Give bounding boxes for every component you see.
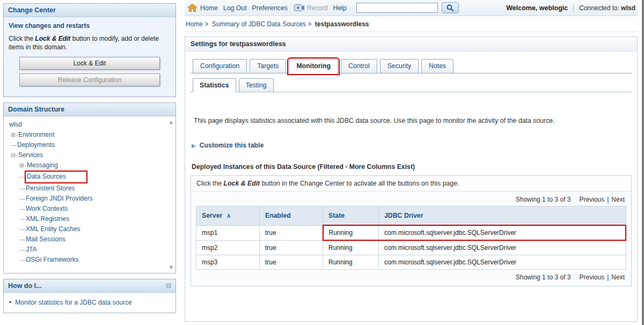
text-segment: Click the	[9, 35, 35, 42]
tab-configuration[interactable]: Configuration	[193, 59, 247, 73]
tree-item-services[interactable]: ⊟-Services	[11, 150, 167, 160]
subtab-testing[interactable]: Testing	[239, 78, 274, 92]
column-header-server[interactable]: Server∧	[196, 206, 260, 226]
record-icon[interactable]	[294, 4, 305, 11]
tree-link[interactable]: Messaging	[27, 161, 58, 169]
breadcrumb-jdbc-summary[interactable]: Summary of JDBC Data Sources >	[212, 20, 312, 28]
tree-item-messaging[interactable]: ⊞-Messaging	[19, 160, 167, 171]
customize-table[interactable]: ▶ Customize this table	[192, 142, 631, 149]
tree-item-xml-registries[interactable]: ---XML Registries	[19, 214, 167, 224]
tree-item-xml-entity-caches[interactable]: ---XML Entity Caches	[19, 224, 167, 234]
search-input[interactable]	[356, 3, 438, 13]
tree-item-data-sources[interactable]: ---Data Sources	[19, 171, 167, 183]
page-description: This page displays statistics associated…	[194, 117, 628, 124]
scroll-down-icon[interactable]: ▼	[169, 264, 174, 270]
tree-link[interactable]: XML Entity Caches	[26, 225, 80, 233]
list-item: •Monitor statistics for a JDBC data sour…	[9, 299, 171, 306]
tab-control[interactable]: Control	[341, 59, 377, 73]
tree-link[interactable]: Data Sources	[27, 173, 66, 180]
tree-link[interactable]: XML Registries	[26, 215, 69, 223]
table-row-msp2: msp2 true Running com.microsoft.sqlserve…	[196, 240, 626, 255]
tree-prefix: ---	[11, 142, 17, 148]
cell-server: msp2	[196, 240, 260, 255]
cell-state: Running	[323, 240, 379, 255]
subtab-statistics[interactable]: Statistics	[193, 78, 236, 92]
tree-item-persistent-stores[interactable]: ---Persistent Stores	[19, 183, 167, 194]
cell-server: msp3	[196, 255, 260, 270]
toolbar-preferences-link[interactable]: Preferences	[252, 4, 288, 12]
toolbar-help-link[interactable]: Help	[333, 4, 347, 12]
domain-structure-title: Domain Structure	[4, 103, 175, 116]
paging-separator: |	[607, 196, 609, 203]
paging-top: Showing 1 to 3 of 3 Previous|Next	[191, 191, 631, 206]
cell-jdbc-driver: com.microsoft.sqlserver.jdbc.SQLServerDr…	[379, 225, 626, 240]
tree-link[interactable]: Deployments	[17, 141, 55, 149]
how-do-i-panel: How do I... ⊟ •Monitor statistics for a …	[3, 279, 176, 313]
release-configuration-button[interactable]: Release Configuration	[19, 73, 160, 86]
change-center-title: Change Center	[4, 4, 175, 17]
tab-monitoring[interactable]: Monitoring	[289, 59, 338, 73]
tree-item-deployments[interactable]: ---Deployments	[11, 140, 167, 150]
text-segment-emphasis: Lock & Edit	[35, 35, 70, 42]
scroll-up-icon[interactable]: ▲	[169, 119, 174, 125]
tree-link[interactable]: Mail Sessions	[26, 235, 65, 243]
tree-item-mail-sessions[interactable]: ---Mail Sessions	[19, 234, 167, 245]
tree-link[interactable]: Foreign JNDI Providers	[26, 195, 93, 202]
tree-collapse-icon[interactable]: ⊟-	[11, 152, 18, 158]
tree-prefix: ---	[19, 185, 25, 191]
collapse-panel-icon[interactable]: ⊟	[166, 282, 171, 290]
how-do-i-header: How do I... ⊟	[4, 279, 175, 293]
tree-item-jta[interactable]: ---JTA	[19, 245, 167, 255]
table-title: Deployed Instances of this Data Source (…	[192, 163, 631, 171]
settings-content: Configuration Targets Monitoring Control…	[185, 51, 637, 321]
cell-enabled: true	[260, 225, 323, 240]
tree-prefix: ---	[19, 246, 25, 253]
lock-edit-button[interactable]: Lock & Edit	[19, 57, 160, 70]
tree-link[interactable]: Persistent Stores	[26, 184, 75, 192]
tab-targets[interactable]: Targets	[250, 59, 286, 73]
toolbar-home-link[interactable]: Home	[200, 4, 218, 12]
main-area: Home Log Out Preferences Record Help Wel…	[179, 0, 644, 325]
table-row-msp1: msp1 true Running com.microsoft.sqlserve…	[196, 225, 626, 240]
home-icon[interactable]	[188, 4, 197, 12]
tree-link[interactable]: wlsd	[9, 121, 22, 128]
change-center-description: Click the Lock & Edit button to modify, …	[9, 34, 171, 51]
toolbar-logout-link[interactable]: Log Out	[223, 4, 247, 12]
tree-item-work-contexts[interactable]: ---Work Contexts	[19, 204, 167, 214]
previous-link[interactable]: Previous	[580, 274, 605, 281]
tree-link[interactable]: JTA	[26, 246, 36, 253]
tree-link[interactable]: OSGi Frameworks	[26, 256, 79, 263]
how-do-i-link[interactable]: Monitor statistics for a JDBC data sourc…	[15, 299, 131, 306]
next-link[interactable]: Next	[611, 274, 625, 281]
next-link[interactable]: Next	[611, 196, 625, 203]
sidebar: Change Center View changes and restarts …	[0, 0, 179, 325]
breadcrumb-home[interactable]: Home >	[186, 20, 208, 28]
view-changes-link[interactable]: View changes and restarts	[9, 22, 171, 29]
tree-link[interactable]: Environment	[18, 131, 54, 138]
subtab-bar: Statistics Testing	[191, 78, 632, 92]
tree-item-osgi-frameworks[interactable]: ---OSGi Frameworks	[19, 255, 167, 265]
sort-ascending-icon[interactable]: ∧	[226, 212, 231, 219]
table-panel: Click the Lock & Edit button in the Chan…	[191, 175, 632, 286]
how-do-i-title: How do I...	[8, 282, 42, 290]
cell-enabled: true	[260, 240, 323, 255]
tree-expand-icon[interactable]: ⊞-	[11, 131, 18, 138]
tree-item-environment[interactable]: ⊞-Environment	[11, 130, 167, 140]
paging-links: Previous|Next	[580, 274, 625, 281]
domain-tree: ▲ ▼ wlsd ⊞-Environment ---Deployments ⊟-…	[4, 116, 175, 273]
tab-notes[interactable]: Notes	[421, 59, 453, 73]
tree-item-wlsd[interactable]: wlsd	[9, 120, 167, 130]
tree-prefix: ---	[19, 256, 25, 263]
tree-expand-icon[interactable]: ⊞-	[19, 162, 26, 168]
tree-item-foreign-jndi-providers[interactable]: ---Foreign JNDI Providers	[19, 194, 167, 204]
search-button[interactable]	[442, 2, 459, 13]
text-segment: Click the	[196, 180, 224, 187]
cell-jdbc-driver: com.microsoft.sqlserver.jdbc.SQLServerDr…	[379, 255, 626, 270]
previous-link[interactable]: Previous	[580, 196, 605, 203]
tree-link[interactable]: Work Contexts	[26, 205, 68, 212]
settings-panel: Settings for testpasswordless Configurat…	[185, 36, 638, 322]
customize-table-link[interactable]: Customize this table	[200, 142, 264, 149]
how-do-i-body: •Monitor statistics for a JDBC data sour…	[4, 293, 175, 313]
tree-link[interactable]: Services	[18, 151, 43, 159]
tab-security[interactable]: Security	[380, 59, 419, 73]
